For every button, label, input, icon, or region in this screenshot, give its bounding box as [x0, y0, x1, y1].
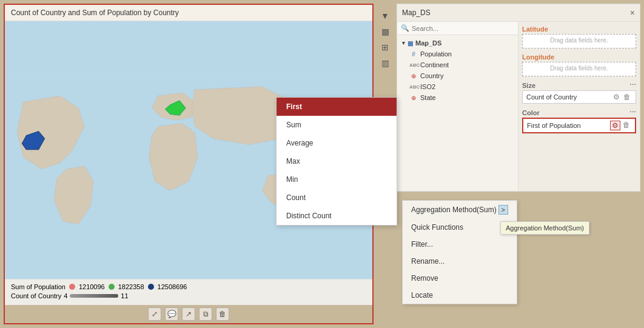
color-chip-actions: ⚙ 🗑 — [610, 121, 631, 130]
context-menu-quick-functions[interactable]: Quick Functions — [403, 219, 517, 236]
chevron-down-icon: ▾ — [402, 40, 405, 46]
count-max: 11 — [121, 292, 128, 300]
legend-val1: 1210096 — [79, 283, 105, 290]
abc-icon-iso2: ABC — [409, 84, 418, 90]
dropdown-item-min[interactable]: Min — [277, 170, 397, 189]
hash-icon: # — [409, 51, 418, 58]
color-delete-button[interactable]: 🗑 — [622, 121, 631, 130]
dropdown-item-average[interactable]: Average — [277, 134, 397, 152]
dropdown-item-sum[interactable]: Sum — [277, 116, 397, 134]
dropdown-item-distinct-count[interactable]: Distinct Count — [277, 207, 397, 225]
search-box: 🔍 — [397, 22, 518, 35]
table-icon[interactable]: ⊞ — [378, 40, 392, 55]
search-icon: 🔍 — [401, 24, 409, 32]
field-item-country[interactable]: ⊕ Country — [397, 70, 518, 81]
context-menu-rename[interactable]: Rename... — [403, 253, 517, 270]
field-tree: ▾ ▦ Map_DS # Population ABC Continent — [397, 35, 518, 105]
color-chip: First of Population ⚙ 🗑 — [522, 118, 636, 133]
size-settings-button[interactable]: ⚙ — [612, 93, 621, 101]
dropdown-item-first[interactable]: First — [277, 98, 397, 116]
globe-icon-state: ⊕ — [409, 95, 418, 101]
chart-icon[interactable]: ▥ — [378, 56, 392, 70]
table-icon-small: ▦ — [408, 40, 413, 47]
comment-button[interactable]: 💬 — [165, 307, 178, 321]
tree-parent-item: ▾ ▦ Map_DS — [397, 38, 518, 49]
dataset-title: Map_DS — [402, 8, 431, 17]
size-chip-actions: ⚙ 🗑 — [612, 93, 632, 101]
field-item-continent[interactable]: ABC Continent — [397, 59, 518, 70]
context-menu-remove[interactable]: Remove — [403, 270, 517, 287]
bar-chart-icon[interactable]: ▦ — [378, 24, 392, 39]
latitude-drop-area[interactable]: Drag data fields here. — [522, 34, 636, 49]
size-label: Size ⋯ — [522, 81, 636, 89]
size-chip: Count of Country ⚙ 🗑 — [522, 90, 636, 104]
legend-population-row: Sum of Population 1210096 1822358 125086… — [11, 283, 366, 290]
dataset-content: 🔍 ▾ ▦ Map_DS # Population — [397, 22, 640, 192]
context-menu-aggregation[interactable]: Aggregation Method(Sum) > — [403, 201, 517, 219]
dataset-close-button[interactable]: × — [630, 8, 635, 18]
map-bottom-toolbar: ⤢ 💬 ↗ ⧉ 🗑 — [5, 305, 372, 323]
map-legend: Sum of Population 1210096 1822358 125086… — [5, 279, 372, 305]
population-label: Sum of Population — [11, 283, 65, 290]
legend-dot-green — [109, 284, 115, 290]
map-title: Count of Country and Sum of Population b… — [5, 5, 372, 21]
legend-dot-red — [69, 284, 75, 290]
aggregation-dropdown: First Sum Average Max Min Count Distinct… — [276, 97, 397, 226]
context-menu-filter[interactable]: Filter... — [403, 236, 517, 253]
dropdown-item-max[interactable]: Max — [277, 152, 397, 170]
legend-dot-blue — [148, 284, 154, 290]
dataset-header: Map_DS × — [397, 4, 640, 22]
copy-button[interactable]: ⧉ — [199, 307, 212, 321]
aggregation-tooltip: Aggregation Method(Sum) — [500, 221, 589, 235]
color-label: Color ⋯ — [522, 109, 636, 116]
country-label: Count of Country — [11, 292, 61, 300]
filter-icon[interactable]: ▼ — [378, 8, 392, 23]
longitude-drop-area[interactable]: Drag data fields here. — [522, 62, 636, 76]
latitude-group: Latitude Drag data fields here. — [522, 25, 636, 49]
viz-section: Latitude Drag data fields here. Longitud… — [518, 22, 640, 191]
legend-val3: 12508696 — [158, 283, 187, 290]
field-item-iso2[interactable]: ABC ISO2 — [397, 81, 518, 92]
delete-button[interactable]: 🗑 — [216, 307, 229, 321]
field-item-state[interactable]: ⊕ State — [397, 92, 518, 103]
count-slider — [70, 294, 118, 298]
dropdown-item-count[interactable]: Count — [277, 189, 397, 207]
size-group: Size ⋯ Count of Country ⚙ 🗑 — [522, 81, 636, 104]
abc-icon-continent: ABC — [409, 62, 418, 68]
main-container: Count of Country and Sum of Population b… — [0, 0, 644, 328]
context-menu: Aggregation Method(Sum) > Quick Function… — [402, 200, 517, 304]
share-button[interactable]: ↗ — [182, 307, 195, 321]
color-group: Color ⋯ First of Population ⚙ 🗑 — [522, 109, 636, 133]
search-input[interactable] — [412, 25, 514, 32]
size-delete-button[interactable]: 🗑 — [622, 93, 632, 101]
legend-country-row: Count of Country 4 11 — [11, 292, 366, 300]
fields-section: 🔍 ▾ ▦ Map_DS # Population — [397, 22, 518, 191]
longitude-label: Longitude — [522, 53, 636, 61]
field-item-population[interactable]: # Population — [397, 49, 518, 59]
count-min: 4 — [64, 292, 67, 300]
context-menu-locate[interactable]: Locate — [403, 287, 517, 304]
legend-val2: 1822358 — [118, 283, 144, 290]
latitude-label: Latitude — [522, 25, 636, 33]
globe-icon-country: ⊕ — [409, 73, 418, 79]
aggregation-arrow: > — [498, 205, 508, 215]
color-settings-button[interactable]: ⚙ — [610, 121, 620, 130]
longitude-group: Longitude Drag data fields here. — [522, 53, 636, 76]
expand-button[interactable]: ⤢ — [148, 307, 161, 321]
